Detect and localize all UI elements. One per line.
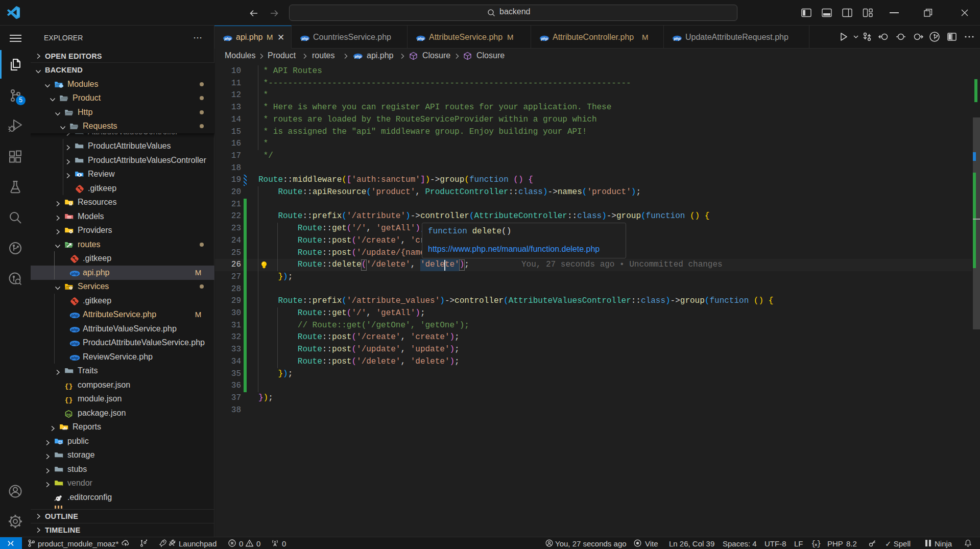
svg-text:ns: ns	[66, 412, 71, 416]
svg-text:php: php	[71, 271, 79, 276]
svg-text:php: php	[673, 36, 681, 41]
svg-text:php: php	[71, 313, 79, 318]
svg-text:php: php	[224, 36, 231, 41]
svg-text:{}: {}	[65, 383, 73, 390]
svg-text:{}: {}	[65, 396, 73, 404]
svg-text:php: php	[417, 36, 424, 41]
svg-text:{: {	[811, 540, 816, 548]
svg-text:php: php	[354, 54, 362, 59]
svg-text:php: php	[540, 36, 548, 41]
svg-text:php: php	[71, 355, 79, 360]
svg-text:php: php	[71, 327, 79, 332]
svg-text:php: php	[301, 36, 308, 41]
svg-text:php: php	[71, 341, 79, 346]
svg-text:}: }	[817, 540, 821, 548]
